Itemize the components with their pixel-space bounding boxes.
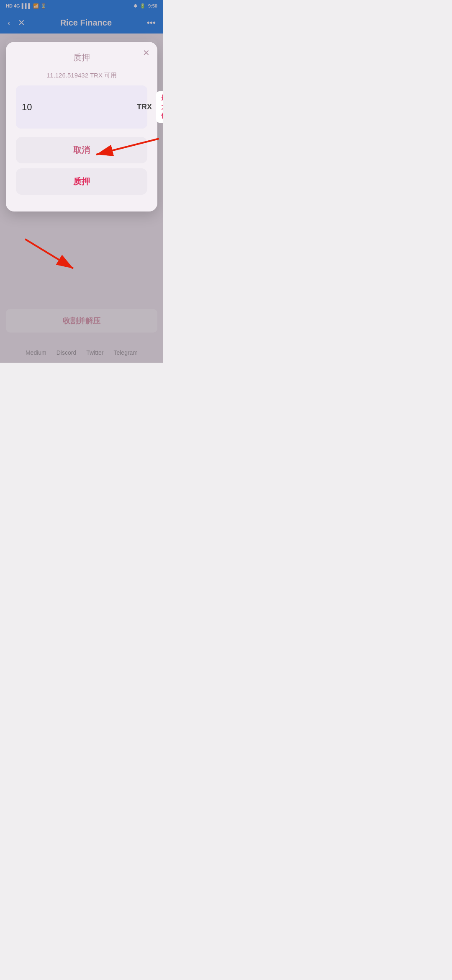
amount-input[interactable] [22, 102, 137, 113]
amount-input-row: TRX 最大值 [16, 85, 147, 129]
max-value-button[interactable]: 最大值 [156, 91, 163, 123]
balance-display: 11,126.519432 TRX 可用 [16, 72, 147, 80]
currency-label: TRX [137, 103, 152, 111]
modal-overlay: ✕ 质押 11,126.519432 TRX 可用 TRX 最大值 取消 质押 [0, 0, 163, 363]
stake-confirm-button[interactable]: 质押 [16, 168, 147, 195]
stake-modal: ✕ 质押 11,126.519432 TRX 可用 TRX 最大值 取消 质押 [6, 42, 157, 211]
page-wrapper: HD 4G ▌▌▌ 📶 ⏳ ✱ 🔋 9:50 ‹ ✕ Rice Finance … [0, 0, 163, 363]
modal-close-button[interactable]: ✕ [143, 49, 150, 57]
modal-title: 质押 [16, 52, 147, 63]
cancel-button[interactable]: 取消 [16, 137, 147, 163]
